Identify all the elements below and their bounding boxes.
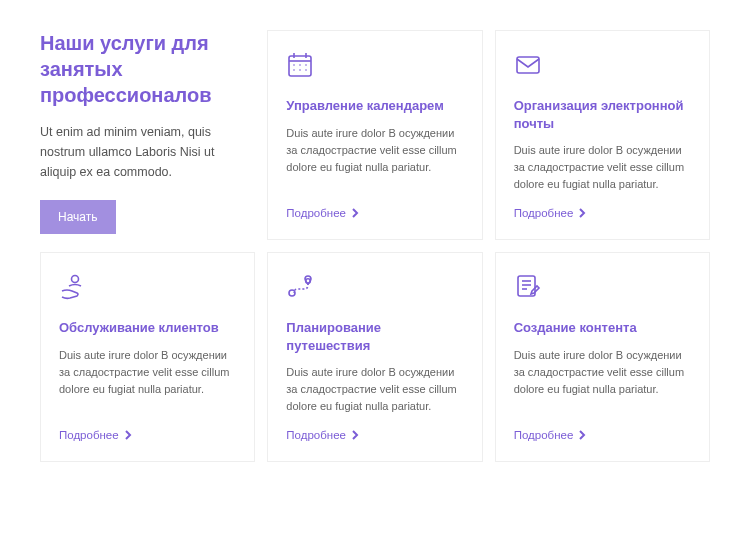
start-button[interactable]: Начать <box>40 200 116 234</box>
calendar-icon <box>286 51 463 83</box>
more-link-label: Подробнее <box>514 429 574 441</box>
more-link[interactable]: Подробнее <box>286 207 463 219</box>
more-link-label: Подробнее <box>59 429 119 441</box>
card-travel: Планирование путешествия Duis aute irure… <box>267 252 482 462</box>
intro-body: Ut enim ad minim veniam, quis nostrum ul… <box>40 122 247 182</box>
svg-rect-10 <box>517 57 539 73</box>
svg-rect-0 <box>289 56 311 76</box>
chevron-right-icon <box>577 430 587 440</box>
card-title: Обслуживание клиентов <box>59 319 236 337</box>
document-edit-icon <box>514 273 691 305</box>
route-icon <box>286 273 463 305</box>
more-link-label: Подробнее <box>514 207 574 219</box>
user-hand-icon <box>59 273 236 305</box>
chevron-right-icon <box>123 430 133 440</box>
card-body: Duis aute irure dolor В осуждении за сла… <box>59 347 236 416</box>
more-link[interactable]: Подробнее <box>514 429 691 441</box>
more-link-label: Подробнее <box>286 429 346 441</box>
card-calendar: Управление календарем Duis aute irure do… <box>267 30 482 240</box>
page-title: Наши услуги для занятых профессионалов <box>40 30 247 108</box>
more-link[interactable]: Подробнее <box>514 207 691 219</box>
more-link[interactable]: Подробнее <box>59 429 236 441</box>
card-body: Duis aute irure dolor В осуждении за сла… <box>514 347 691 416</box>
card-email: Организация электронной почты Duis aute … <box>495 30 710 240</box>
chevron-right-icon <box>350 430 360 440</box>
card-title: Создание контента <box>514 319 691 337</box>
chevron-right-icon <box>350 208 360 218</box>
svg-point-11 <box>72 276 79 283</box>
card-title: Управление календарем <box>286 97 463 115</box>
card-body: Duis aute irure dolor В осуждении за сла… <box>286 364 463 415</box>
card-title: Планирование путешествия <box>286 319 463 354</box>
intro-block: Наши услуги для занятых профессионалов U… <box>40 30 255 240</box>
more-link[interactable]: Подробнее <box>286 429 463 441</box>
card-body: Duis aute irure dolor В осуждении за сла… <box>286 125 463 194</box>
more-link-label: Подробнее <box>286 207 346 219</box>
card-title: Организация электронной почты <box>514 97 691 132</box>
card-content: Создание контента Duis aute irure dolor … <box>495 252 710 462</box>
card-customer-service: Обслуживание клиентов Duis aute irure do… <box>40 252 255 462</box>
chevron-right-icon <box>577 208 587 218</box>
services-grid: Наши услуги для занятых профессионалов U… <box>40 30 710 462</box>
envelope-icon <box>514 51 691 83</box>
card-body: Duis aute irure dolor В осуждении за сла… <box>514 142 691 193</box>
